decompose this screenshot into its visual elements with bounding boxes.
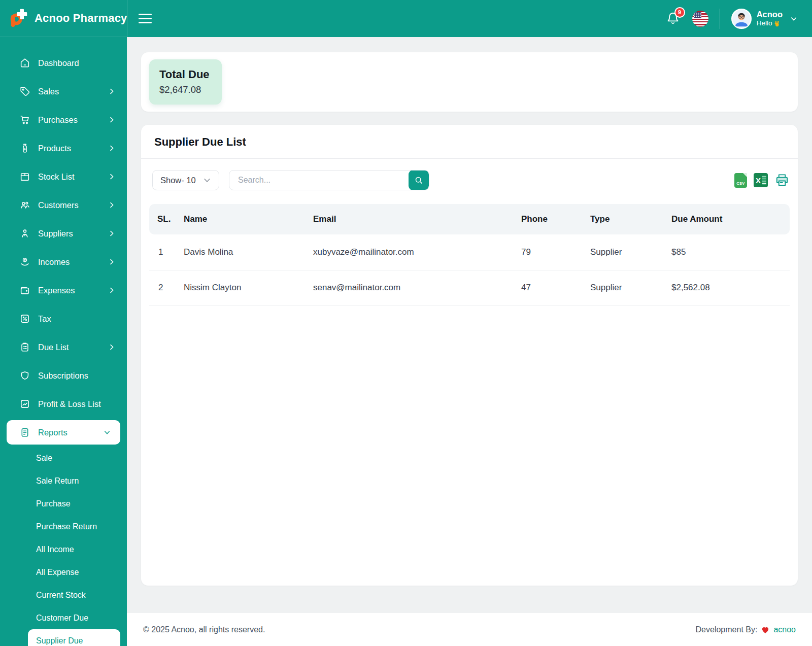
user-name: Acnoo: [757, 9, 783, 20]
export-excel-button[interactable]: X: [754, 173, 768, 187]
export-csv-button[interactable]: CSV: [734, 173, 747, 188]
page-title: Supplier Due List: [154, 135, 786, 149]
sidebar-item-stock-list[interactable]: Stock List: [0, 162, 127, 191]
developer-link[interactable]: acnoo: [773, 625, 796, 634]
topbar: 9 Acnoo: [127, 0, 812, 37]
sidebar-item-sales[interactable]: Sales: [0, 77, 127, 106]
total-due-label: Total Due: [159, 68, 210, 81]
tax-percent-icon: [19, 313, 30, 324]
search-input[interactable]: [229, 171, 409, 190]
sidebar-item-label: Customers: [38, 200, 79, 210]
reports-submenu: Sale Sale Return Purchase Purchase Retur…: [0, 447, 127, 646]
submenu-item-sale-return[interactable]: Sale Return: [0, 469, 127, 492]
sidebar-item-incomes[interactable]: Incomes: [0, 248, 127, 276]
notifications-button[interactable]: 9: [666, 11, 681, 27]
chevron-right-icon: [108, 343, 116, 351]
user-menu[interactable]: Acnoo Hello: [731, 9, 798, 29]
chevron-right-icon: [108, 258, 116, 266]
chevron-down-icon: [202, 176, 212, 185]
sidebar-item-expenses[interactable]: Expenses: [0, 276, 127, 304]
panel-header: Supplier Due List: [141, 125, 798, 159]
cell-due-amount: $85: [671, 234, 790, 270]
total-due-card: Total Due $2,647.08: [149, 59, 222, 105]
subscriptions-shield-icon: [19, 370, 30, 381]
sidebar-item-profit-loss[interactable]: Profit & Loss List: [0, 390, 127, 418]
sidebar-item-reports[interactable]: Reports: [7, 420, 120, 445]
wallet-icon: [19, 285, 30, 296]
submenu-item-sale[interactable]: Sale: [0, 447, 127, 469]
table-row: 1 Davis Molina xubyvaze@mailinator.com 7…: [149, 234, 790, 270]
sidebar-item-due-list[interactable]: Due List: [0, 333, 127, 361]
submenu-item-label: All Expense: [36, 568, 79, 577]
chevron-right-icon: [108, 144, 116, 152]
column-header-sl: SL.: [149, 204, 184, 234]
column-header-name: Name: [184, 204, 313, 234]
submenu-item-current-stock[interactable]: Current Stock: [0, 584, 127, 606]
sidebar-item-subscriptions[interactable]: Subscriptions: [0, 361, 127, 390]
sidebar-item-dashboard[interactable]: Dashboard: [0, 49, 127, 77]
sidebar-nav: Dashboard Sales Purchases: [0, 37, 127, 646]
submenu-item-customer-due[interactable]: Customer Due: [0, 606, 127, 629]
sidebar-item-label: Profit & Loss List: [38, 399, 101, 409]
notification-count-badge: 9: [674, 7, 685, 18]
column-header-type: Type: [590, 204, 671, 234]
heart-icon: [761, 625, 770, 634]
sidebar-item-purchases[interactable]: Purchases: [0, 106, 127, 134]
chevron-right-icon: [108, 286, 116, 294]
brand-title: Acnoo Pharmacy: [35, 12, 127, 25]
cell-name: Nissim Clayton: [184, 270, 313, 305]
table-row: 2 Nissim Clayton senav@mailinator.com 47…: [149, 270, 790, 305]
due-list-clipboard-icon: [19, 342, 30, 353]
cell-name: Davis Molina: [184, 234, 313, 270]
language-flag-us[interactable]: [692, 11, 708, 27]
hamburger-menu-button[interactable]: [139, 14, 152, 23]
chevron-down-icon[interactable]: [790, 15, 798, 23]
print-button[interactable]: [774, 173, 790, 188]
submenu-item-purchase-return[interactable]: Purchase Return: [0, 515, 127, 538]
brand[interactable]: Acnoo Pharmacy: [0, 0, 127, 37]
sidebar-item-label: Due List: [38, 343, 69, 352]
copyright-text: © 2025 Acnoo, all rights reserved.: [143, 625, 265, 634]
search-box: [229, 170, 429, 190]
sidebar-item-label: Reports: [38, 428, 67, 437]
submenu-item-label: All Income: [36, 545, 74, 554]
submenu-item-purchase[interactable]: Purchase: [0, 492, 127, 515]
cell-email: xubyvaze@mailinator.com: [313, 234, 521, 270]
cell-sl: 1: [149, 234, 184, 270]
pharmacy-logo-icon: [8, 8, 29, 29]
sidebar-item-label: Subscriptions: [38, 371, 88, 381]
total-due-value: $2,647.08: [159, 84, 210, 95]
sidebar-item-label: Tax: [38, 314, 51, 324]
sidebar-item-customers[interactable]: Customers: [0, 191, 127, 219]
supplier-due-list-panel: Supplier Due List Show- 10: [141, 125, 798, 586]
printer-icon: [774, 173, 790, 188]
cell-type: Supplier: [590, 234, 671, 270]
user-greeting: Hello: [757, 19, 772, 28]
sidebar-item-tax[interactable]: Tax: [0, 304, 127, 333]
summary-panel: Total Due $2,647.08: [141, 52, 798, 112]
income-coin-icon: [19, 256, 30, 267]
cart-icon: [19, 114, 30, 125]
reports-file-icon: [19, 427, 30, 438]
submenu-item-label: Purchase: [36, 499, 71, 508]
submenu-item-supplier-due[interactable]: Supplier Due: [28, 629, 120, 646]
submenu-item-label: Current Stock: [36, 591, 86, 600]
cell-sl: 2: [149, 270, 184, 305]
sidebar-item-suppliers[interactable]: Suppliers: [0, 219, 127, 248]
customers-group-icon: [19, 199, 30, 211]
sidebar-item-products[interactable]: Products: [0, 134, 127, 162]
sidebar-item-label: Products: [38, 144, 71, 153]
cell-phone: 79: [521, 234, 590, 270]
submenu-item-all-income[interactable]: All Income: [0, 538, 127, 561]
submenu-item-label: Purchase Return: [36, 522, 97, 531]
table-header-row: SL. Name Email Phone Type Due Amount: [149, 204, 790, 234]
sidebar-item-label: Sales: [38, 87, 59, 96]
sales-tag-icon: [19, 86, 30, 97]
search-button[interactable]: [409, 170, 429, 190]
submenu-item-all-expense[interactable]: All Expense: [0, 561, 127, 584]
show-entries-select[interactable]: Show- 10: [152, 170, 219, 190]
column-header-email: Email: [313, 204, 521, 234]
search-icon: [414, 175, 424, 185]
column-header-due-amount: Due Amount: [671, 204, 790, 234]
home-icon: [19, 57, 30, 69]
